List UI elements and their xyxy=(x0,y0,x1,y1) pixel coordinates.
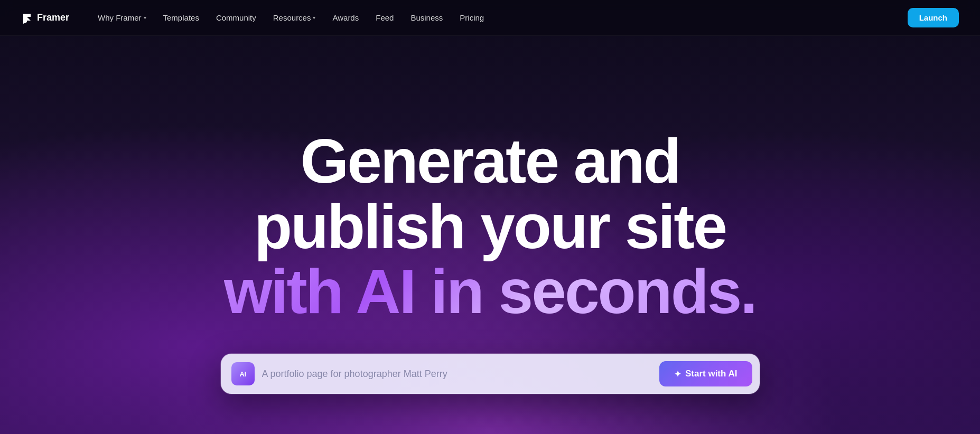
nav-link-pricing[interactable]: Pricing xyxy=(452,9,491,26)
framer-logo-icon xyxy=(21,12,33,24)
nav-link-templates[interactable]: Templates xyxy=(156,9,207,26)
hero-title-line2: publish your site xyxy=(224,194,756,260)
hero-title-line3: with AI in seconds. xyxy=(224,259,756,325)
nav-links: Why Framer ▾ Templates Community Resourc… xyxy=(90,9,908,26)
nav-link-community[interactable]: Community xyxy=(209,9,264,26)
nav-link-awards[interactable]: Awards xyxy=(325,9,366,26)
chevron-down-icon: ▾ xyxy=(144,15,146,21)
chevron-down-icon: ▾ xyxy=(313,15,315,21)
logo[interactable]: Framer xyxy=(21,12,69,24)
nav-link-why-framer[interactable]: Why Framer ▾ xyxy=(90,9,154,26)
hero-title: Generate and publish your site with AI i… xyxy=(224,129,756,325)
sparkle-icon: ✦ xyxy=(674,369,681,379)
search-input[interactable] xyxy=(262,369,652,380)
nav-link-feed[interactable]: Feed xyxy=(368,9,401,26)
hero-section: Generate and publish your site with AI i… xyxy=(0,36,980,434)
ai-icon-wrapper: AI xyxy=(231,362,255,385)
ai-search-bar: AI ✦ Start with AI xyxy=(221,354,760,394)
ai-icon: AI xyxy=(240,370,246,378)
nav-link-resources[interactable]: Resources ▾ xyxy=(266,9,323,26)
launch-button[interactable]: Launch xyxy=(908,8,959,27)
start-with-ai-button[interactable]: ✦ Start with AI xyxy=(659,361,752,386)
hero-title-line1: Generate and xyxy=(224,129,756,194)
logo-text: Framer xyxy=(37,12,69,23)
start-ai-label: Start with AI xyxy=(685,369,738,379)
nav-right: Launch xyxy=(908,8,959,27)
navbar: Framer Why Framer ▾ Templates Community … xyxy=(0,0,980,36)
nav-link-business[interactable]: Business xyxy=(403,9,450,26)
